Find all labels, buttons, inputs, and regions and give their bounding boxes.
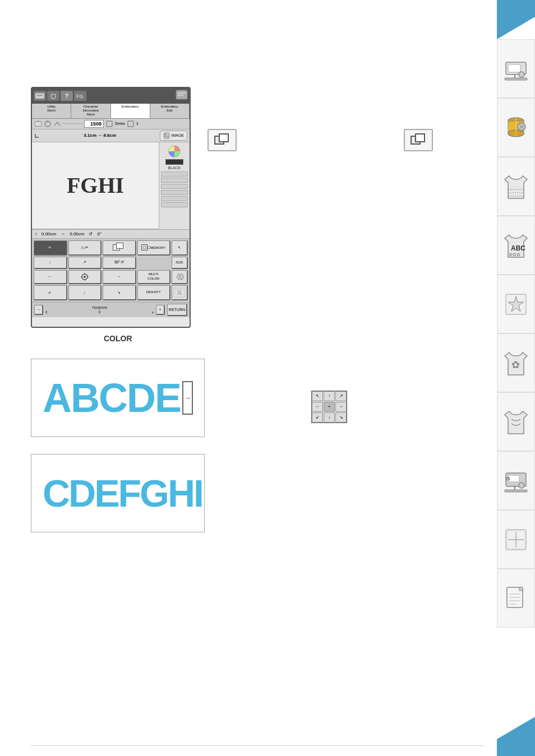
arrow-w-button[interactable]: ← (34, 270, 67, 284)
text-display-box-2: CDEFGHI (31, 454, 205, 532)
dup-icon-shape-left (214, 133, 230, 147)
svg-marker-59 (177, 290, 182, 295)
tension-bar (99, 309, 100, 310)
tension-plus-button[interactable]: + (156, 305, 165, 315)
size-label-button[interactable]: SIZE (172, 257, 188, 269)
sidebar-tab-sewing3[interactable] (497, 510, 535, 569)
cursor-arrow-icon: → (184, 393, 192, 402)
position-row: ↕ 0.00cm ↔ 0.00cm ↺ 0° (32, 230, 190, 239)
return-button[interactable]: RETURN (167, 304, 187, 316)
svg-point-2 (519, 72, 524, 77)
svg-rect-45 (107, 121, 112, 127)
sidebar-tab-favorites[interactable] (497, 275, 535, 333)
rotate-90-button[interactable]: 90°↺ (103, 257, 136, 269)
sidebar-tab-shirt-lines[interactable] (497, 392, 535, 451)
svg-point-10 (520, 125, 523, 128)
tshirt-decoration-icon: ✿ (504, 349, 528, 377)
svg-rect-41 (35, 122, 41, 126)
svg-point-21 (519, 483, 524, 488)
sidebar-tab-bottom (497, 717, 535, 756)
arrow-n-cell: ↑ (324, 391, 335, 401)
arrow-sw-button[interactable]: ↙ (34, 285, 67, 300)
abc-embroidery-icon: ABC ✿✿✿ (504, 231, 528, 259)
arrow-se-cell: ↘ (335, 412, 347, 423)
foot-size-label: 5mm (115, 121, 125, 126)
page-separator-line (31, 745, 485, 746)
arrow-e-button[interactable]: → (103, 270, 136, 284)
image-button[interactable]: IMAGE (160, 131, 187, 141)
text-display-box-1: ABCDE → (31, 359, 205, 437)
svg-text:FG: FG (76, 94, 84, 99)
memory-button[interactable]: ☐ ☐MEMORY (137, 240, 171, 256)
color-wheel-icon (167, 145, 182, 158)
stitch-icon (44, 120, 52, 128)
arrow-center-cell: + (324, 402, 335, 412)
preview-section: FGHI BLACK (32, 142, 190, 230)
foot-size-icon (105, 120, 113, 128)
y-value: 0.00cm (70, 231, 84, 236)
text-abcde-display: ABCDE (43, 375, 181, 421)
character-decorative-tab[interactable]: Character Decorative Stitch (71, 104, 110, 118)
speed-icon (53, 120, 61, 128)
size-adjust-button[interactable]: ↕-/+ (68, 240, 102, 256)
text-cdefghi-display: CDEFGHI (43, 471, 202, 515)
scissors-button[interactable]: ✂ (34, 240, 67, 256)
duplicate-icon-right (404, 129, 433, 151)
machine-screen-panel: ? FG Utility Stitch Character Decorative… (31, 87, 191, 328)
arrow-w-cell: ← (312, 402, 323, 412)
stitch-row-3 (161, 184, 188, 189)
utility-stitch-tab[interactable]: Utility Stitch (32, 104, 71, 118)
edit-icon-box (176, 90, 188, 102)
favorites-star-icon (504, 292, 528, 317)
arrow-ne-cell: ↗ (335, 391, 347, 401)
text-cursor: → (182, 381, 193, 415)
x-value: 0.00cm (41, 231, 56, 236)
sidebar-tab-shirt1[interactable] (497, 157, 535, 216)
embroidery-tab[interactable]: Embroidery (111, 104, 150, 118)
tension-minus-button[interactable]: − (34, 305, 43, 315)
duplicate-icon-left-area (207, 129, 237, 151)
sidebar-tab-sewing1[interactable] (497, 39, 535, 98)
sewing-machine2-icon (504, 469, 528, 493)
density-button[interactable]: DENSITY (137, 285, 171, 300)
embroidery-edit-tab[interactable]: Embroidery Edit (150, 104, 190, 118)
sidebar-tab-thread[interactable] (497, 98, 535, 157)
sewing-machine-icon (504, 57, 528, 81)
right-sidebar: ABC ✿✿✿ ✿ (497, 0, 535, 756)
sidebar-tab-document[interactable] (497, 569, 535, 628)
duplicate-icon-right-area (404, 129, 433, 151)
character-icon: FG (74, 91, 86, 101)
duplicate-icon-left (207, 129, 237, 151)
duplicate-button[interactable] (103, 240, 136, 256)
center-button[interactable] (68, 270, 102, 284)
pattern-button[interactable] (172, 270, 188, 284)
image-btn-label: IMAGE (171, 133, 184, 137)
sidebar-tab-sewing2[interactable] (497, 451, 535, 510)
arrow-ne-button[interactable]: ↗ (68, 257, 102, 269)
size-display-row: 3.1cm ↔ 8.6cm IMAGE (32, 129, 190, 142)
document-icon (505, 586, 527, 611)
arrow-nw-cell: ↖ (312, 391, 323, 401)
sidebar-tab-abc[interactable]: ABC ✿✿✿ (497, 216, 535, 275)
presser-foot-icon (34, 120, 42, 128)
arrow-n-button[interactable]: ↑ (34, 257, 67, 269)
svg-rect-38 (176, 90, 187, 99)
arrow-direction-grid: ↖ ↑ ↗ ← + → ↙ ↓ ↘ (311, 391, 347, 423)
sidebar-tab-shirt-decoration[interactable]: ✿ (497, 333, 535, 392)
multi-color-button[interactable]: MULTICOLOR (137, 270, 171, 284)
dup-icon-shape-right (411, 133, 426, 147)
svg-text:✿✿✿: ✿✿✿ (509, 252, 520, 257)
svg-point-24 (506, 477, 510, 480)
color-control[interactable]: BLACK (161, 145, 188, 170)
tension-control: TENSION 0 0 s (45, 306, 154, 314)
tension-row: − TENSION 0 0 s + RETURN (32, 302, 190, 317)
x-icon: ↕ (35, 231, 37, 236)
stitch-list (161, 171, 188, 207)
arrow-se-button[interactable]: ↘ (103, 285, 136, 300)
special-button[interactable] (172, 285, 188, 300)
arrow-nw-button[interactable]: ↖ (172, 240, 188, 256)
stitch-row-1 (161, 171, 188, 177)
machine-header-bar: ? FG (32, 88, 190, 104)
svg-rect-34 (35, 93, 44, 99)
arrow-s-button[interactable]: ↓ (68, 285, 102, 300)
